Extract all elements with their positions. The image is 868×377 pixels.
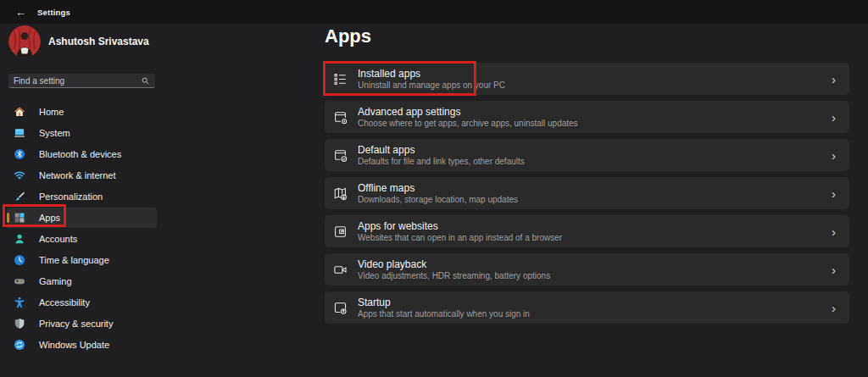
- settings-row-video-playback[interactable]: Video playbackVideo adjustments, HDR str…: [325, 253, 849, 286]
- advanced-app-settings-icon: [332, 109, 348, 125]
- sidebar-item-time-and-language[interactable]: Time & language: [7, 250, 157, 270]
- sidebar-item-label: Home: [39, 107, 64, 117]
- sidebar-nav: HomeSystemBluetooth & devicesNetwork & i…: [7, 102, 157, 356]
- sidebar-item-bluetooth-and-devices[interactable]: Bluetooth & devices: [7, 144, 157, 164]
- row-subtitle: Video adjustments, HDR streaming, batter…: [358, 271, 550, 280]
- row-text: Installed appsUninstall and manage apps …: [358, 69, 505, 90]
- row-text: Apps for websitesWebsites that can open …: [358, 221, 562, 242]
- profile: Ashutosh Srivastava: [8, 25, 149, 58]
- row-subtitle: Choose where to get apps, archive apps, …: [358, 119, 578, 128]
- network-icon: [14, 169, 25, 181]
- avatar: [8, 25, 41, 58]
- apps-icon: [14, 212, 25, 224]
- sidebar-item-label: System: [39, 128, 70, 138]
- chevron-right-icon: ›: [832, 225, 836, 238]
- personalization-icon: [14, 191, 25, 202]
- sidebar-item-label: Bluetooth & devices: [39, 149, 121, 159]
- row-text: Offline mapsDownloads, storage location,…: [358, 183, 518, 204]
- sidebar-item-label: Accounts: [39, 234, 77, 244]
- window-title: Settings: [37, 8, 70, 17]
- titlebar: ← Settings: [0, 0, 868, 24]
- sidebar-item-accounts[interactable]: Accounts: [7, 229, 157, 249]
- row-title: Startup: [358, 297, 530, 308]
- row-text: Video playbackVideo adjustments, HDR str…: [358, 259, 550, 280]
- sidebar-item-label: Privacy & security: [39, 319, 113, 329]
- settings-row-offline-maps[interactable]: Offline mapsDownloads, storage location,…: [325, 177, 849, 209]
- row-title: Advanced app settings: [358, 107, 578, 118]
- row-title: Installed apps: [358, 69, 505, 80]
- offline-maps-icon: [332, 186, 348, 202]
- sidebar-item-label: Personalization: [39, 191, 103, 202]
- search-icon: [141, 76, 150, 86]
- search-box[interactable]: [8, 74, 155, 88]
- selected-indicator: [7, 213, 9, 223]
- settings-row-installed-apps[interactable]: Installed appsUninstall and manage apps …: [325, 63, 849, 95]
- sidebar-item-label: Gaming: [39, 276, 72, 286]
- row-text: StartupApps that start automatically whe…: [358, 297, 530, 319]
- sidebar-item-system[interactable]: System: [7, 123, 157, 143]
- row-subtitle: Uninstall and manage apps on your PC: [358, 80, 505, 90]
- profile-name: Ashutosh Srivastava: [48, 36, 149, 47]
- startup-icon: [332, 300, 348, 316]
- row-subtitle: Downloads, storage location, map updates: [358, 195, 518, 204]
- settings-list: Installed appsUninstall and manage apps …: [325, 63, 849, 330]
- row-subtitle: Websites that can open in an app instead…: [358, 233, 562, 242]
- windows-update-icon: [14, 339, 25, 351]
- row-subtitle: Defaults for file and link types, other …: [358, 157, 525, 166]
- sidebar-item-personalization[interactable]: Personalization: [7, 186, 157, 207]
- default-apps-icon: [332, 147, 348, 164]
- page-title: Apps: [325, 25, 371, 47]
- settings-row-advanced-app-settings[interactable]: Advanced app settingsChoose where to get…: [325, 101, 849, 133]
- sidebar-item-network-and-internet[interactable]: Network & internet: [7, 165, 157, 186]
- settings-row-default-apps[interactable]: Default appsDefaults for file and link t…: [325, 139, 849, 171]
- gaming-icon: [14, 275, 25, 287]
- row-subtitle: Apps that start automatically when you s…: [358, 309, 530, 319]
- privacy-security-icon: [14, 318, 25, 330]
- row-title: Apps for websites: [358, 221, 562, 232]
- sidebar-item-gaming[interactable]: Gaming: [7, 271, 157, 291]
- sidebar-item-apps[interactable]: Apps: [7, 208, 157, 228]
- chevron-right-icon: ›: [832, 73, 836, 86]
- sidebar-item-privacy-and-security[interactable]: Privacy & security: [7, 313, 157, 334]
- sidebar-item-label: Time & language: [39, 255, 109, 265]
- chevron-right-icon: ›: [832, 111, 836, 124]
- bluetooth-icon: [14, 148, 25, 160]
- row-title: Video playback: [358, 259, 550, 270]
- row-text: Advanced app settingsChoose where to get…: [358, 107, 578, 128]
- sidebar-item-label: Apps: [39, 213, 60, 223]
- sidebar-item-label: Accessibility: [39, 297, 90, 308]
- settings-row-startup[interactable]: StartupApps that start automatically whe…: [325, 291, 849, 324]
- search-input[interactable]: [14, 76, 141, 86]
- back-icon[interactable]: ←: [15, 6, 26, 19]
- sidebar-item-accessibility[interactable]: Accessibility: [7, 292, 157, 313]
- time-language-icon: [14, 254, 25, 266]
- row-title: Default apps: [358, 145, 525, 156]
- accessibility-icon: [14, 297, 25, 308]
- sidebar-item-label: Windows Update: [39, 340, 109, 350]
- installed-apps-icon: [332, 71, 348, 87]
- apps-for-websites-icon: [332, 224, 348, 240]
- chevron-right-icon: ›: [832, 149, 836, 162]
- sidebar-item-windows-update[interactable]: Windows Update: [7, 335, 157, 355]
- system-icon: [14, 127, 25, 139]
- row-text: Default appsDefaults for file and link t…: [358, 145, 525, 166]
- chevron-right-icon: ›: [832, 187, 836, 200]
- row-title: Offline maps: [358, 183, 518, 194]
- home-icon: [14, 106, 25, 118]
- settings-row-apps-for-websites[interactable]: Apps for websitesWebsites that can open …: [325, 215, 849, 247]
- chevron-right-icon: ›: [832, 302, 836, 314]
- accounts-icon: [14, 233, 25, 245]
- sidebar-item-label: Network & internet: [39, 170, 115, 180]
- video-playback-icon: [332, 262, 348, 278]
- sidebar-item-home[interactable]: Home: [7, 102, 157, 122]
- chevron-right-icon: ›: [832, 263, 836, 276]
